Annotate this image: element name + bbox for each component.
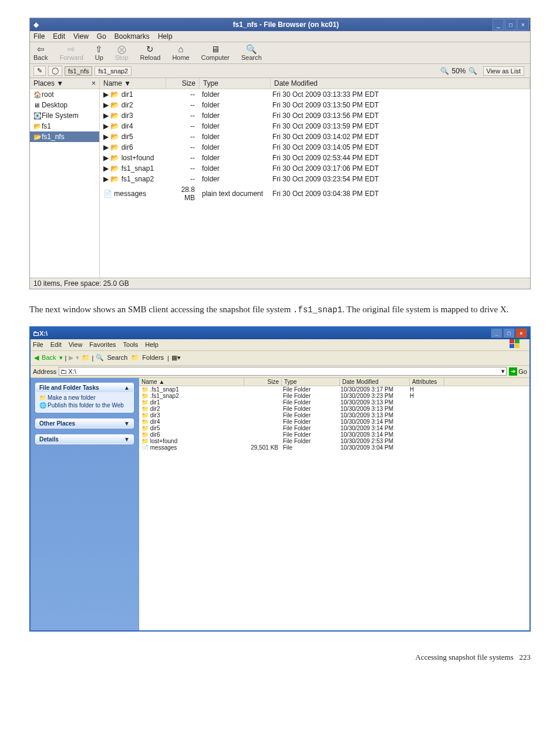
file-row[interactable]: ▶ 📂 dir5--folderFri 30 Oct 2009 03:14:02… [100, 131, 530, 142]
search-button[interactable]: 🔍 Search [96, 354, 129, 362]
menu-favorites[interactable]: Favorites [89, 341, 116, 348]
task-link[interactable]: 📁Make a new folder [39, 394, 130, 401]
home-button[interactable]: ⌂Home [172, 45, 189, 61]
file-row[interactable]: 📁 dir5File Folder10/30/2009 3:14 PM [139, 425, 529, 431]
back-button[interactable]: ⇦Back [33, 45, 48, 61]
file-row[interactable]: 📁 lost+foundFile Folder10/30/2009 2:53 P… [139, 438, 529, 444]
reload-button[interactable]: ↻Reload [140, 45, 161, 61]
zoom-level: 50% [451, 67, 465, 75]
close-places-icon[interactable]: × [92, 79, 96, 87]
file-row[interactable]: 📁 dir6File Folder10/30/2009 3:14 PM [139, 431, 529, 438]
file-row[interactable]: ▶ 📂 lost+found--folderFri 30 Oct 2009 02… [100, 153, 530, 163]
address-icon: 🗀 [60, 368, 67, 375]
file-row[interactable]: 📁 dir3File Folder10/30/2009 3:13 PM [139, 412, 529, 418]
close-button[interactable]: × [515, 328, 527, 338]
place-root[interactable]: 🏠root [30, 89, 99, 100]
titlebar[interactable]: ◆ fs1_nfs - File Browser (on kc01) _ □ × [30, 18, 530, 31]
up-button[interactable]: 📁 [82, 354, 90, 362]
col-type[interactable]: Type [282, 378, 340, 386]
file-row[interactable]: ▶ 📂 fs1_snap1--folderFri 30 Oct 2009 03:… [100, 163, 530, 174]
file-list: Name ▼ Size Type Date Modified ▶ 📂 dir1-… [100, 78, 530, 278]
col-date-modified[interactable]: Date Modified [340, 378, 410, 386]
folder-icon: 📁 [141, 393, 149, 399]
view-mode-select[interactable]: View as List [483, 66, 525, 76]
code-snapshot-name: .fs1_snap1 [293, 305, 342, 315]
col-size[interactable]: Size [166, 78, 200, 89]
menu-bookmarks[interactable]: Bookmarks [114, 32, 150, 40]
file-row[interactable]: 📄 messages28.8 MBplain text documentFri … [100, 184, 530, 203]
folder-icon: 📂 [110, 90, 119, 99]
minimize-button[interactable]: _ [491, 328, 502, 338]
col-name[interactable]: Name ▲ [139, 378, 244, 386]
file-row[interactable]: ▶ 📂 dir2--folderFri 30 Oct 2009 03:13:50… [100, 100, 530, 110]
svg-rect-2 [510, 344, 514, 348]
file-icon: 📄 [141, 444, 149, 451]
task-link[interactable]: 🌐Publish this folder to the Web [39, 402, 130, 409]
address-field[interactable]: X:\ [67, 368, 501, 375]
folder-icon: 📂 [110, 143, 119, 151]
forward-button[interactable]: ▶ ▾ [69, 354, 79, 362]
file-folder-tasks-pane: File and Folder Tasks▲ 📁Make a new folde… [35, 383, 134, 413]
location-bar: ✎ ◯ fs1_nfsfs1_snap2 🔍 50% 🔍 View as Lis… [30, 64, 530, 78]
computer-button[interactable]: 🖥Computer [201, 45, 230, 61]
maximize-button[interactable]: □ [503, 328, 515, 338]
file-row[interactable]: ▶ 📂 dir6--folderFri 30 Oct 2009 03:14:05… [100, 142, 530, 153]
go-button[interactable]: ➔ [509, 367, 517, 376]
file-row[interactable]: 📁 dir1File Folder10/30/2009 3:13 PM [139, 399, 529, 406]
zoom-out-icon[interactable]: 🔍 [440, 67, 449, 75]
close-button[interactable]: × [517, 19, 529, 31]
menu-edit[interactable]: Edit [50, 341, 62, 348]
breadcrumb-fs1_nfs[interactable]: fs1_nfs [65, 66, 92, 76]
file-row[interactable]: 📁 dir4File Folder10/30/2009 3:14 PM [139, 418, 529, 425]
folder-icon: 📁 [141, 431, 149, 438]
page-footer: Accessing snapshot file systems 223 [29, 653, 531, 662]
edit-path-button[interactable]: ✎ [33, 66, 46, 76]
file-row[interactable]: ▶ 📂 dir1--folderFri 30 Oct 2009 03:13:33… [100, 89, 530, 100]
window-title: fs1_nfs - File Browser (on kc01) [42, 21, 530, 29]
menu-tools[interactable]: Tools [123, 341, 139, 348]
places-header[interactable]: Places ▼ × [30, 78, 99, 89]
expand-icon[interactable]: ▼ [124, 436, 130, 443]
menu-file[interactable]: File [33, 341, 43, 348]
file-row[interactable]: 📄 messages29,501 KBFile10/30/2009 3:04 P… [139, 444, 529, 451]
place-desktop[interactable]: 🖥Desktop [30, 100, 99, 110]
menu-help[interactable]: Help [158, 32, 173, 40]
file-row[interactable]: ▶ 📂 dir3--folderFri 30 Oct 2009 03:13:56… [100, 110, 530, 121]
place-fs1-nfs[interactable]: 📂fs1_nfs [30, 131, 99, 142]
col-attributes[interactable]: Attributes [410, 378, 444, 386]
zoom-in-icon[interactable]: 🔍 [468, 67, 477, 75]
file-row[interactable]: 📁 .fs1_snap2File Folder10/30/2009 3:23 P… [139, 393, 529, 399]
maximize-button[interactable]: □ [505, 19, 517, 31]
folder-icon: 📁 [141, 386, 149, 393]
menu-file[interactable]: File [33, 32, 45, 40]
menu-help[interactable]: Help [145, 341, 158, 348]
toolbar: ◀ Back ▾ | ▶ ▾ 📁 | 🔍 Search 📁 Folders | … [31, 351, 529, 366]
folder-icon: 📁 [141, 399, 149, 406]
back-button[interactable]: ◀ Back ▾ [34, 354, 63, 362]
menu-view[interactable]: View [73, 32, 89, 40]
menu-edit[interactable]: Edit [53, 32, 65, 40]
menu-view[interactable]: View [69, 341, 83, 348]
titlebar[interactable]: 🗀 X:\ _ □ × [31, 328, 529, 339]
col-date-modified[interactable]: Date Modified [271, 78, 530, 89]
place-fs1[interactable]: 📂fs1 [30, 121, 99, 131]
search-button[interactable]: 🔍Search [241, 45, 262, 61]
location-prefix[interactable]: ◯ [48, 66, 62, 76]
folder-icon: 📁 [141, 412, 149, 418]
up-button[interactable]: ⇧Up [95, 45, 103, 61]
expand-icon[interactable]: ▼ [124, 420, 130, 427]
place-file-system[interactable]: 💽File System [30, 110, 99, 121]
file-row[interactable]: ▶ 📂 fs1_snap2--folderFri 30 Oct 2009 03:… [100, 174, 530, 184]
breadcrumb-fs1_snap2[interactable]: fs1_snap2 [95, 66, 131, 76]
views-button[interactable]: ▦▾ [171, 354, 181, 362]
file-row[interactable]: ▶ 📂 dir4--folderFri 30 Oct 2009 03:13:59… [100, 121, 530, 131]
col-type[interactable]: Type [200, 78, 271, 89]
collapse-icon[interactable]: ▲ [124, 384, 130, 391]
menu-go[interactable]: Go [97, 32, 106, 40]
folders-button[interactable]: 📁 Folders [131, 354, 165, 362]
col-name[interactable]: Name ▼ [100, 78, 166, 89]
file-row[interactable]: 📁 dir2File Folder10/30/2009 3:13 PM [139, 406, 529, 412]
file-row[interactable]: 📁 .fs1_snap1File Folder10/30/2009 3:17 P… [139, 386, 529, 393]
minimize-button[interactable]: _ [492, 19, 504, 31]
col-size[interactable]: Size [244, 378, 282, 386]
